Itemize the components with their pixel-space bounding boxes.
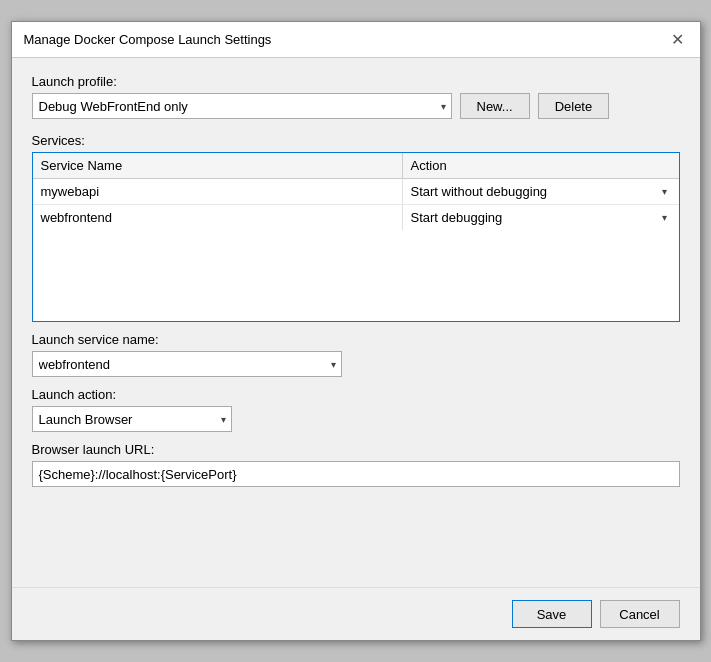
launch-profile-section: Launch profile: Debug WebFrontEnd only R… xyxy=(32,74,680,119)
table-row: mywebapi Start without debugging ▾ xyxy=(33,179,679,205)
new-button[interactable]: New... xyxy=(460,93,530,119)
browser-launch-url-input[interactable] xyxy=(32,461,680,487)
launch-profile-select[interactable]: Debug WebFrontEnd only Release WebFrontE… xyxy=(32,93,452,119)
services-section: Services: Service Name Action mywebapi S… xyxy=(32,133,680,322)
browser-launch-url-label: Browser launch URL: xyxy=(32,442,680,457)
action-chevron-icon: ▾ xyxy=(662,212,667,223)
launch-action-select-control: Launch Browser None Launch WCF Test Clie… xyxy=(32,406,232,432)
dialog-footer: Save Cancel xyxy=(12,587,700,640)
launch-action-label: Launch action: xyxy=(32,387,680,402)
title-bar: Manage Docker Compose Launch Settings ✕ xyxy=(12,22,700,58)
services-label: Services: xyxy=(32,133,680,148)
table-row: webfrontend Start debugging ▾ xyxy=(33,205,679,230)
column-service-name: Service Name xyxy=(33,153,403,178)
launch-service-name-select[interactable]: webfrontend mywebapi xyxy=(32,351,342,377)
save-button[interactable]: Save xyxy=(512,600,592,628)
launch-service-name-section: Launch service name: webfrontend mywebap… xyxy=(32,332,680,377)
launch-profile-label: Launch profile: xyxy=(32,74,680,89)
dialog-title: Manage Docker Compose Launch Settings xyxy=(24,32,272,47)
browser-launch-url-section: Browser launch URL: xyxy=(32,442,680,487)
dialog-content: Launch profile: Debug WebFrontEnd only R… xyxy=(12,58,700,587)
service-name-cell: mywebapi xyxy=(33,179,403,204)
launch-action-select[interactable]: Launch Browser None Launch WCF Test Clie… xyxy=(32,406,232,432)
action-chevron-icon: ▾ xyxy=(662,186,667,197)
launch-action-section: Launch action: Launch Browser None Launc… xyxy=(32,387,680,432)
action-cell[interactable]: Start debugging ▾ xyxy=(403,205,679,230)
launch-service-name-label: Launch service name: xyxy=(32,332,680,347)
close-button[interactable]: ✕ xyxy=(668,30,688,50)
delete-button[interactable]: Delete xyxy=(538,93,610,119)
action-cell[interactable]: Start without debugging ▾ xyxy=(403,179,679,204)
action-value: Start debugging xyxy=(411,210,662,225)
launch-profile-select-control: Debug WebFrontEnd only Release WebFrontE… xyxy=(32,93,452,119)
column-action: Action xyxy=(403,153,679,178)
table-header: Service Name Action xyxy=(33,153,679,179)
action-value: Start without debugging xyxy=(411,184,662,199)
launch-profile-row: Debug WebFrontEnd only Release WebFrontE… xyxy=(32,93,680,119)
services-table: Service Name Action mywebapi Start witho… xyxy=(32,152,680,322)
dialog: Manage Docker Compose Launch Settings ✕ … xyxy=(11,21,701,641)
launch-service-select-control: webfrontend mywebapi ▾ xyxy=(32,351,342,377)
service-name-cell: webfrontend xyxy=(33,205,403,230)
cancel-button[interactable]: Cancel xyxy=(600,600,680,628)
